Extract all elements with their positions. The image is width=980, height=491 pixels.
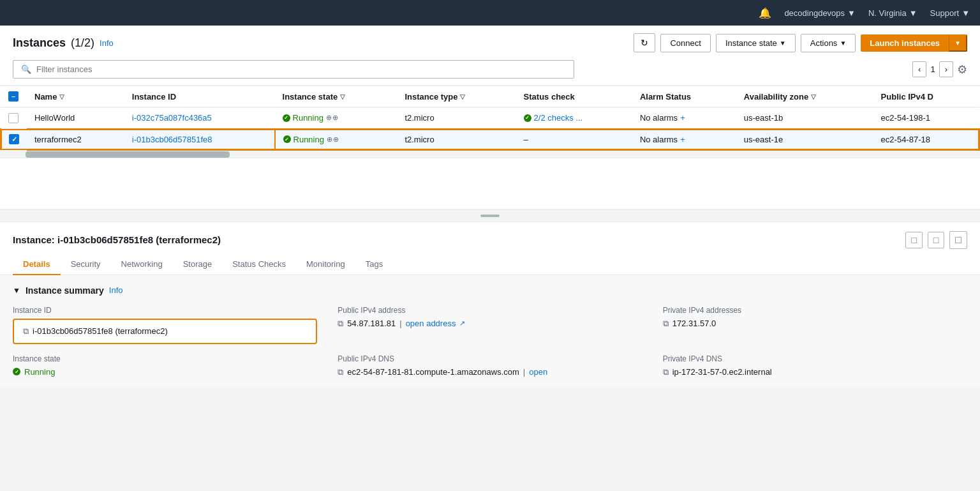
row2-public-ip: ec2-54-87-18	[873, 129, 979, 150]
private-dns-field: Private IPv4 DNS ⧉ ip-172-31-57-0.ec2.in…	[663, 354, 967, 377]
row1-status-link[interactable]: 2/2 checks ...	[534, 113, 583, 123]
instance-state-value: Running	[13, 367, 317, 377]
tab-status-checks[interactable]: Status Checks	[222, 254, 296, 275]
table-header-row: – Name▽ Instance ID Instance state▽ Inst…	[1, 86, 979, 108]
name-sort-icon: ▽	[59, 93, 64, 100]
filter-input[interactable]	[36, 64, 566, 74]
support-chevron: ▼	[961, 8, 970, 18]
region-chevron: ▼	[909, 8, 917, 18]
row1-add-alarm[interactable]: +	[680, 113, 685, 123]
summary-collapse-icon[interactable]: ▼	[13, 286, 20, 295]
row1-checkbox[interactable]	[1, 107, 27, 129]
summary-title: Instance summary	[26, 285, 104, 296]
col-az[interactable]: Availability zone▽	[736, 86, 873, 108]
row2-instance-id[interactable]: i-01b3cb06d57851fe8	[124, 129, 275, 150]
row2-status-check: –	[516, 129, 632, 150]
tab-security[interactable]: Security	[61, 254, 111, 275]
public-dns-copy-icon[interactable]: ⧉	[338, 367, 343, 377]
tab-details[interactable]: Details	[13, 254, 61, 275]
tab-networking[interactable]: Networking	[111, 254, 173, 275]
private-ipv4-field: Private IPv4 addresses ⧉ 172.31.57.0	[663, 306, 967, 344]
region-name: N. Virginia	[868, 8, 907, 18]
private-ipv4-value: ⧉ 172.31.57.0	[663, 319, 967, 329]
summary-info-link[interactable]: Info	[109, 285, 123, 295]
row1-instance-id[interactable]: i-032c75a087fc436a5	[124, 107, 275, 129]
refresh-button[interactable]: ↻	[634, 33, 655, 52]
col-instance-type[interactable]: Instance type▽	[397, 86, 516, 108]
row1-id-link[interactable]: i-032c75a087fc436a5	[132, 113, 212, 123]
resize-handle	[480, 215, 500, 217]
connect-button[interactable]: Connect	[660, 34, 710, 52]
col-name[interactable]: Name▽	[27, 86, 124, 108]
instance-state-button[interactable]: Instance state ▼	[716, 34, 796, 52]
row1-public-ip: ec2-54-198-1	[873, 107, 979, 129]
bell-icon[interactable]: 🔔	[759, 7, 771, 19]
row1-state: Running ⊕⊕	[275, 107, 397, 129]
next-page-button[interactable]: ›	[939, 61, 953, 77]
table-row: ✓ terraformec2 i-01b3cb06d57851fe8 Runni…	[1, 129, 979, 150]
header-top: Instances (1/2) Info ↻ Connect Instance …	[13, 33, 967, 52]
public-ipv4-label: Public IPv4 address	[338, 306, 642, 315]
panel-close-button[interactable]: □	[949, 231, 967, 249]
support-menu[interactable]: Support ▼	[930, 8, 970, 18]
row1-name: HelloWorld	[27, 107, 124, 129]
public-dns-field: Public IPv4 DNS ⧉ ec2-54-87-181-81.compu…	[338, 354, 642, 377]
search-icon: 🔍	[21, 64, 31, 74]
running-dot	[13, 368, 20, 375]
select-all-header[interactable]: –	[1, 86, 27, 108]
public-dns-value: ⧉ ec2-54-87-181-81.compute-1.amazonaws.c…	[338, 367, 642, 377]
col-instance-id[interactable]: Instance ID	[124, 86, 275, 108]
pagination-controls: ‹ 1 › ⚙	[912, 61, 967, 77]
prev-page-button[interactable]: ‹	[912, 61, 926, 77]
row2-type: t2.micro	[397, 129, 516, 150]
private-ipv4-copy-icon[interactable]: ⧉	[663, 319, 669, 329]
row2-checkbox[interactable]: ✓	[1, 129, 27, 150]
launch-group: Launch instances ▼	[861, 34, 967, 52]
info-link[interactable]: Info	[100, 38, 114, 48]
instance-id-field: Instance ID ⧉ i-01b3cb06d57851fe8 (terra…	[13, 306, 317, 344]
row2-id-link[interactable]: i-01b3cb06d57851fe8	[132, 135, 212, 144]
table-settings-button[interactable]: ⚙	[957, 63, 967, 77]
region-menu[interactable]: N. Virginia ▼	[868, 8, 917, 18]
resize-divider[interactable]	[0, 209, 980, 222]
col-status-check[interactable]: Status check	[516, 86, 632, 108]
launch-instances-button[interactable]: Launch instances	[861, 34, 949, 52]
table-empty-space	[0, 158, 980, 209]
detail-tabs: Details Security Networking Storage Stat…	[0, 254, 980, 275]
tab-tags[interactable]: Tags	[355, 254, 393, 275]
panel-minimize-button[interactable]: □	[905, 232, 922, 248]
instance-id-box: ⧉ i-01b3cb06d57851fe8 (terraformec2)	[13, 319, 317, 344]
col-instance-state[interactable]: Instance state▽	[275, 86, 397, 108]
instance-state-label: Instance state	[13, 354, 317, 363]
title-group: Instances (1/2) Info	[13, 36, 114, 50]
public-ipv4-value: ⧉ 54.87.181.81 | open address ↗	[338, 319, 642, 329]
private-dns-copy-icon[interactable]: ⧉	[663, 367, 669, 377]
page-header: Instances (1/2) Info ↻ Connect Instance …	[0, 26, 980, 86]
instance-id-value: ⧉ i-01b3cb06d57851fe8 (terraformec2)	[23, 326, 307, 336]
user-menu[interactable]: decodingdevops ▼	[784, 8, 856, 18]
az-sort-icon: ▽	[811, 93, 816, 100]
main-content: Instances (1/2) Info ↻ Connect Instance …	[0, 26, 980, 388]
detail-title: Instance: i-01b3cb06d57851fe8 (terraform…	[13, 234, 221, 245]
page-number: 1	[930, 64, 935, 74]
row2-add-alarm[interactable]: +	[680, 135, 685, 144]
search-bar[interactable]: 🔍	[13, 60, 574, 79]
panel-maximize-button[interactable]: □	[928, 232, 944, 248]
scroll-thumb[interactable]	[26, 151, 230, 158]
tab-storage[interactable]: Storage	[173, 254, 223, 275]
row1-status-check: 2/2 checks ...	[516, 107, 632, 129]
launch-dropdown-button[interactable]: ▼	[949, 34, 967, 52]
row1-alarm: No alarms +	[632, 107, 736, 129]
ipv4-copy-icon[interactable]: ⧉	[338, 319, 343, 329]
col-public-ip[interactable]: Public IPv4 D	[873, 86, 979, 108]
settings-icon: ⚙	[957, 63, 967, 76]
instance-id-copy-icon[interactable]: ⧉	[23, 326, 29, 336]
open-address-link[interactable]: open address	[406, 319, 456, 328]
row2-state: Running ⊕⊕	[275, 129, 397, 150]
actions-button[interactable]: Actions ▼	[801, 34, 856, 52]
state-sort-icon: ▽	[340, 93, 345, 100]
tab-monitoring[interactable]: Monitoring	[296, 254, 355, 275]
col-alarm-status[interactable]: Alarm Status	[632, 86, 736, 108]
table-scrollbar[interactable]	[0, 151, 980, 158]
open-dns-link[interactable]: open	[529, 367, 547, 377]
